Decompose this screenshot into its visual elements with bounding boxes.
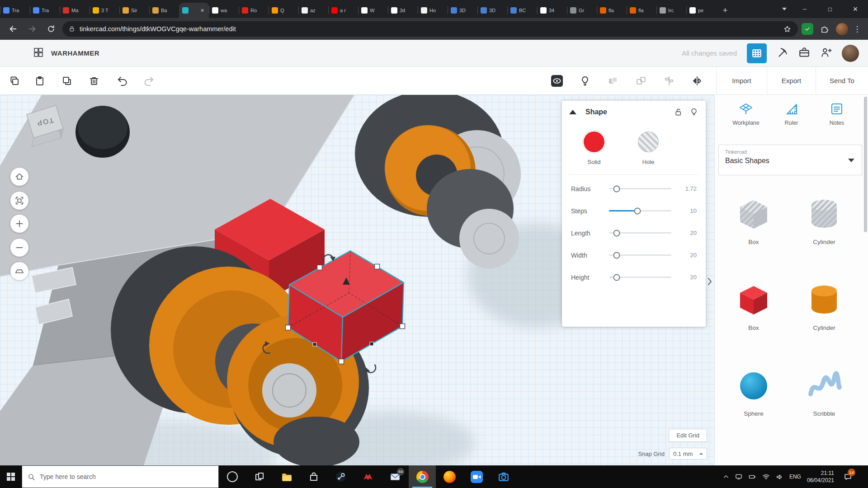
slider-value[interactable]: 20 [677, 230, 697, 236]
shape-gallery-item[interactable]: Sphere [734, 362, 774, 448]
show-all-button[interactable] [549, 73, 565, 89]
mail-button[interactable]: 69 [382, 465, 409, 488]
store-button[interactable] [300, 465, 327, 488]
browser-tab[interactable]: BC [507, 3, 537, 18]
material-option[interactable]: Hole [638, 131, 659, 165]
delete-button[interactable] [86, 73, 102, 89]
slider-knob[interactable] [634, 207, 641, 214]
design-menu-icon[interactable] [33, 47, 44, 60]
panel-collapse-chevron[interactable] [706, 275, 713, 288]
tinkercad-logo[interactable] [6, 44, 25, 62]
steam-button[interactable] [327, 465, 354, 488]
notes-tool[interactable]: Notes [817, 102, 856, 126]
shape-gallery-item[interactable]: Box [734, 191, 774, 277]
reload-button[interactable] [43, 21, 59, 37]
home-view-button[interactable] [10, 168, 28, 186]
invite-people-button[interactable] [820, 47, 832, 60]
browser-profile-avatar[interactable] [836, 23, 848, 35]
tab-search-button[interactable] [777, 1, 792, 17]
browser-tab[interactable]: Tra [30, 3, 60, 18]
extensions-menu-button[interactable] [817, 21, 832, 37]
export-button[interactable]: Export [767, 67, 816, 94]
slider-knob[interactable] [613, 252, 620, 258]
browser-tab[interactable]: 3 T [90, 3, 119, 18]
browser-menu-button[interactable] [852, 21, 863, 37]
browser-tab[interactable]: az [298, 3, 328, 18]
import-button[interactable]: Import [716, 67, 767, 94]
browser-tab[interactable]: wa [209, 3, 239, 18]
ungroup-button[interactable] [633, 73, 649, 89]
paste-button[interactable] [32, 73, 48, 89]
design-title[interactable]: WARHAMMER [51, 49, 99, 57]
hide-selected-button[interactable] [577, 73, 593, 89]
cortana-button[interactable] [219, 465, 246, 488]
slider-knob[interactable] [613, 185, 620, 192]
tab-close-icon[interactable] [199, 7, 206, 14]
firefox-button[interactable] [436, 465, 463, 488]
slider-value[interactable]: 20 [677, 252, 697, 258]
edit-grid-button[interactable]: Edit Grid [669, 429, 707, 442]
unlock-icon[interactable] [674, 108, 683, 117]
browser-tab[interactable]: 3d [388, 3, 418, 18]
browser-tab[interactable]: a r [328, 3, 358, 18]
extension-button[interactable] [802, 23, 813, 35]
brick-export-button[interactable] [798, 47, 810, 60]
taskbar-clock[interactable]: 21:11 06/04/2021 [807, 469, 834, 484]
start-button[interactable] [0, 465, 22, 488]
browser-tab[interactable]: 34 [537, 3, 567, 18]
slider-value[interactable]: 10 [677, 207, 697, 214]
forward-button[interactable] [24, 21, 40, 37]
group-button[interactable] [605, 73, 621, 89]
copy-button[interactable] [6, 73, 23, 89]
browser-tab[interactable]: Irc [656, 3, 686, 18]
zoom-out-button[interactable] [10, 239, 28, 257]
sidebar-scrollbar[interactable] [864, 97, 867, 232]
browser-tab[interactable]: Ba [149, 3, 179, 18]
lightbulb-icon[interactable] [689, 108, 698, 117]
window-minimize-button[interactable] [792, 0, 817, 18]
browser-tab[interactable]: Ro [239, 3, 269, 18]
snap-grid-select[interactable]: 0.1 mm [669, 448, 707, 460]
slider-value[interactable]: 20 [677, 274, 697, 281]
shape-gallery-item[interactable]: Cylinder [804, 277, 844, 362]
browser-tab[interactable]: fla [627, 3, 656, 18]
action-center-button[interactable]: 14 [840, 468, 855, 486]
taskbar-search[interactable]: Type here to search [22, 465, 219, 488]
browser-tab[interactable]: Ma [60, 3, 90, 18]
slider-track[interactable] [609, 277, 671, 278]
slider-knob[interactable] [613, 230, 620, 236]
browser-tab[interactable]: fla [597, 3, 627, 18]
minecraft-export-button[interactable] [777, 47, 788, 60]
language-indicator[interactable]: ENG [789, 474, 801, 480]
mirror-button[interactable] [689, 73, 705, 89]
shape-gallery-item[interactable]: Scribble [804, 362, 844, 448]
panel-collapse-icon[interactable] [569, 110, 576, 114]
duplicate-button[interactable] [59, 73, 75, 89]
bookmark-star-icon[interactable] [783, 25, 792, 33]
slider-value[interactable]: 1.72 [677, 185, 697, 192]
shape-gallery-item[interactable]: Box [734, 277, 774, 362]
browser-tab[interactable]: 3D [477, 3, 507, 18]
browser-tab[interactable]: Sir [119, 3, 149, 18]
shape-gallery-item[interactable]: Cylinder [804, 191, 844, 277]
slider-knob[interactable] [613, 274, 620, 281]
slider-track[interactable] [609, 254, 671, 256]
send-to-button[interactable]: Send To [816, 67, 868, 94]
browser-tab[interactable] [179, 3, 209, 18]
browser-tab[interactable]: Tra [0, 3, 30, 18]
redo-button[interactable] [141, 73, 157, 89]
ruler-tool[interactable]: Ruler [772, 102, 811, 126]
workplane-tool[interactable]: Workplane [726, 102, 765, 126]
user-avatar[interactable] [842, 45, 859, 62]
browser-tab[interactable]: pe [686, 3, 716, 18]
browser-tab[interactable]: 3D [448, 3, 477, 18]
tray-expand-button[interactable] [723, 474, 729, 480]
fit-view-button[interactable] [10, 192, 28, 210]
window-close-button[interactable] [843, 0, 868, 18]
browser-tab[interactable]: W [358, 3, 388, 18]
slider-track[interactable] [609, 210, 671, 211]
window-maximize-button[interactable] [817, 0, 843, 18]
browser-tab[interactable]: Gr [567, 3, 597, 18]
material-option[interactable]: Solid [584, 131, 604, 165]
slider-track[interactable] [609, 188, 671, 189]
